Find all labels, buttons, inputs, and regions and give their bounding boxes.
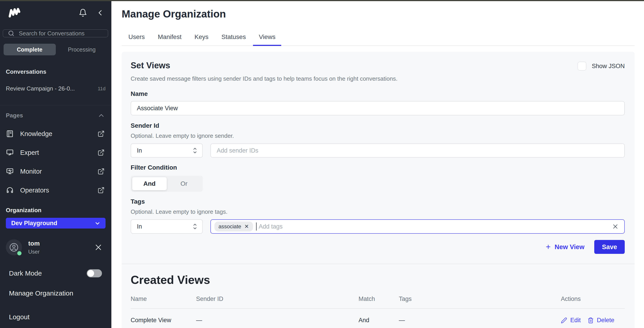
filter-option-and[interactable]: And	[132, 177, 167, 190]
avatar	[6, 239, 22, 256]
conversation-list-item[interactable]: Review Campaign - 26-0... 11d	[6, 85, 106, 92]
sender-operator-select[interactable]: In	[131, 144, 203, 158]
delete-button[interactable]: Delete	[588, 317, 614, 324]
tag-chip: associate ✕	[214, 222, 253, 232]
tag-chip-label: associate	[218, 223, 241, 230]
brand-logo-icon	[8, 8, 20, 18]
pages-header: Pages	[6, 112, 23, 119]
column-header-name: Name	[131, 296, 196, 302]
delete-label: Delete	[597, 317, 614, 324]
view-name-value: Associate View	[137, 105, 178, 112]
organization-header: Organization	[6, 207, 106, 214]
created-views-table: Name Sender ID Match Tags Actions Comple…	[131, 296, 625, 324]
filter-option-or[interactable]: Or	[167, 177, 201, 190]
cell-match: And	[358, 317, 399, 324]
close-user-panel-icon[interactable]	[94, 243, 102, 252]
search-icon	[8, 30, 15, 37]
dark-mode-toggle[interactable]	[87, 269, 102, 277]
cell-view-name: Complete View	[131, 317, 196, 324]
sidebar: Search for Conversations Complete Proces…	[0, 1, 111, 328]
tags-input[interactable]: associate ✕ Add tags	[210, 219, 625, 234]
column-header-match: Match	[358, 296, 399, 302]
toggle-complete[interactable]: Complete	[4, 44, 56, 55]
column-header-actions: Actions	[561, 296, 625, 302]
cell-sender-id: —	[196, 317, 358, 324]
tags-operator-select[interactable]: In	[131, 219, 203, 234]
trash-icon	[588, 317, 594, 324]
sender-ids-input[interactable]: Add sender IDs	[210, 144, 625, 158]
search-input[interactable]: Search for Conversations	[3, 29, 108, 38]
select-chevrons-icon	[192, 147, 198, 154]
new-view-label: New View	[554, 243, 584, 251]
online-status-dot	[17, 251, 22, 256]
sender-id-label: Sender Id	[131, 122, 625, 129]
show-json-checkbox[interactable]	[578, 62, 586, 70]
collapse-sidebar-icon[interactable]	[97, 10, 104, 16]
external-link-icon[interactable]	[98, 168, 105, 175]
tab-keys[interactable]: Keys	[194, 34, 208, 46]
show-json-label: Show JSON	[592, 63, 625, 70]
external-link-icon[interactable]	[98, 130, 105, 137]
monitor-code-icon	[6, 148, 14, 156]
organization-selected: Dev Playground	[11, 220, 57, 227]
search-placeholder: Search for Conversations	[19, 30, 84, 37]
column-header-sender-id: Sender ID	[196, 296, 358, 302]
name-field-label: Name	[131, 90, 625, 98]
conversation-age: 11d	[98, 86, 106, 92]
monitor-pulse-icon	[6, 167, 14, 176]
user-name: tom	[28, 240, 40, 247]
external-link-icon[interactable]	[98, 149, 105, 156]
sender-ids-placeholder: Add sender IDs	[217, 147, 258, 154]
set-views-description: Create saved message filters using sende…	[131, 75, 398, 82]
sidebar-item-label: Operators	[20, 187, 49, 194]
sidebar-item-label: Knowledge	[20, 130, 52, 138]
edit-label: Edit	[570, 317, 581, 324]
filter-condition-label: Filter Condition	[131, 164, 625, 171]
sidebar-item-knowledge[interactable]: Knowledge	[6, 130, 105, 138]
toggle-knob	[88, 270, 94, 277]
headphones-icon	[6, 186, 14, 194]
select-chevrons-icon	[192, 223, 198, 230]
edit-button[interactable]: Edit	[561, 317, 581, 324]
created-views-title: Created Views	[131, 273, 625, 286]
tab-users[interactable]: Users	[128, 34, 145, 46]
column-header-tags: Tags	[399, 296, 561, 302]
pencil-icon	[561, 317, 567, 324]
tab-statuses[interactable]: Statuses	[222, 34, 246, 46]
plus-icon: +	[546, 243, 550, 251]
sidebar-item-expert[interactable]: Expert	[6, 148, 105, 156]
manage-organization-link[interactable]: Manage Organization	[0, 290, 111, 297]
sidebar-item-operators[interactable]: Operators	[6, 186, 105, 194]
tags-label: Tags	[131, 198, 625, 205]
tags-hint: Optional. Leave empty to ignore tags.	[131, 208, 625, 215]
conversation-title: Review Campaign - 26-0...	[6, 85, 75, 92]
tab-bar: Users Manifest Keys Statuses Views	[122, 34, 634, 46]
main-content: Manage Organization Users Manifest Keys …	[111, 1, 644, 328]
set-views-title: Set Views	[131, 61, 398, 70]
remove-tag-icon[interactable]: ✕	[244, 224, 249, 229]
sidebar-item-label: Expert	[20, 149, 39, 156]
external-link-icon[interactable]	[98, 187, 105, 194]
tab-views[interactable]: Views	[259, 34, 276, 46]
save-button[interactable]: Save	[594, 240, 625, 254]
new-view-button[interactable]: + New View	[546, 243, 584, 251]
toggle-processing[interactable]: Processing	[56, 44, 108, 55]
section-divider	[122, 264, 634, 264]
set-views-card: Set Views Create saved message filters u…	[122, 52, 634, 328]
table-row: Complete View — And — Edit	[131, 309, 625, 324]
view-name-input[interactable]: Associate View	[131, 101, 625, 116]
organization-selector[interactable]: Dev Playground	[6, 218, 106, 228]
tab-manifest[interactable]: Manifest	[158, 34, 182, 46]
sender-id-hint: Optional. Leave empty to ignore sender.	[131, 132, 625, 139]
tags-operator-value: In	[137, 223, 142, 230]
clear-tags-icon[interactable]	[612, 223, 619, 230]
text-cursor	[256, 222, 256, 230]
user-icon	[9, 242, 19, 252]
sidebar-item-monitor[interactable]: Monitor	[6, 167, 105, 176]
page-title: Manage Organization	[122, 8, 634, 20]
dark-mode-label: Dark Mode	[9, 270, 42, 277]
logout-link[interactable]: Logout	[0, 313, 111, 321]
notifications-bell-icon[interactable]	[79, 8, 87, 17]
collapse-section-icon[interactable]	[98, 112, 105, 119]
conversations-header: Conversations	[6, 68, 106, 75]
